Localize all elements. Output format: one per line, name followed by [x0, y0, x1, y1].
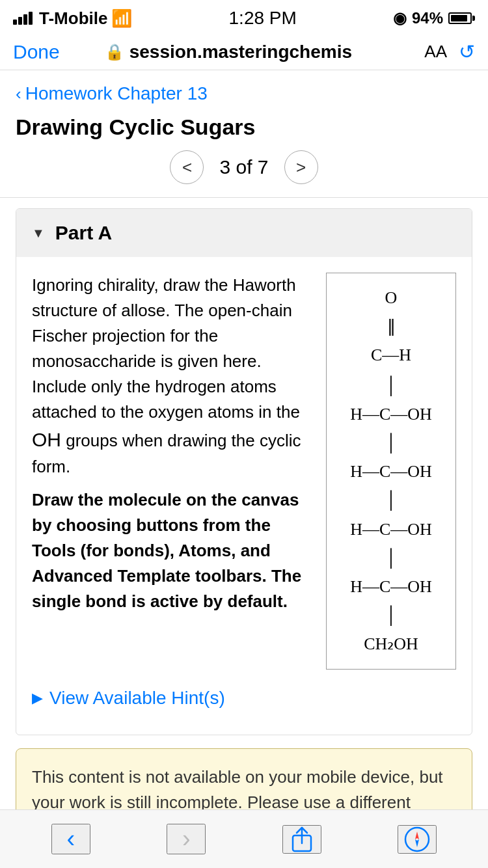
instruction-paragraph: Ignoring chirality, draw the Haworth str…	[32, 275, 301, 476]
part-title: Part A	[55, 222, 112, 244]
collapse-icon: ▼	[32, 226, 45, 241]
browser-forward-button[interactable]: ›	[167, 824, 206, 854]
aa-button[interactable]: AA	[424, 42, 447, 62]
svg-marker-3	[415, 832, 419, 839]
url-text: session.masteringchemis	[129, 42, 352, 62]
pagination-next-button[interactable]: >	[284, 150, 318, 184]
wifi-icon: 📶	[111, 8, 132, 29]
hint-link[interactable]: ▶ View Available Hint(s)	[32, 683, 456, 722]
content-layout: Ignoring chirality, draw the Haworth str…	[32, 273, 456, 670]
hint-text: View Available Hint(s)	[49, 688, 225, 709]
browser-url: 🔒 session.masteringchemis	[70, 42, 386, 62]
svg-point-2	[405, 828, 429, 851]
compass-button[interactable]	[398, 825, 437, 854]
breadcrumb-text: Homework Chapter 13	[25, 83, 208, 104]
carrier-label: T-Mobile	[39, 8, 107, 29]
content-area: Ignoring chirality, draw the Haworth str…	[16, 257, 472, 735]
pagination: < 3 of 7 >	[0, 150, 488, 197]
pagination-display: 3 of 7	[219, 156, 268, 178]
circle-icon: ◉	[393, 9, 407, 27]
section-divider	[0, 197, 488, 198]
browser-back-button[interactable]: ‹	[51, 824, 90, 854]
browser-bar: Done 🔒 session.masteringchemis AA ↺	[0, 34, 488, 70]
lock-icon: 🔒	[105, 43, 124, 61]
share-button[interactable]	[282, 825, 321, 854]
part-header[interactable]: ▼ Part A	[16, 209, 472, 257]
page-title: Drawing Cyclic Sugars	[0, 112, 488, 150]
breadcrumb-chevron-icon: ‹	[16, 84, 21, 104]
bottom-nav-bar: ‹ ›	[0, 809, 488, 868]
pagination-prev-button[interactable]: <	[170, 150, 204, 184]
battery-percent: 94%	[412, 9, 443, 27]
status-time: 1:28 PM	[229, 8, 297, 29]
svg-marker-4	[415, 839, 419, 847]
status-right: ◉ 94%	[393, 9, 475, 27]
oh-text: OH	[32, 429, 61, 450]
status-bar: T-Mobile 📶 1:28 PM ◉ 94%	[0, 0, 488, 34]
instruction-text: Ignoring chirality, draw the Haworth str…	[32, 273, 316, 614]
done-button[interactable]: Done	[13, 41, 60, 63]
battery-icon	[448, 12, 475, 24]
reload-button[interactable]: ↺	[459, 40, 475, 63]
hint-triangle-icon: ▶	[32, 690, 43, 707]
browser-actions: AA ↺	[397, 40, 475, 63]
part-section-a: ▼ Part A Ignoring chirality, draw the Ha…	[16, 208, 472, 735]
chemical-diagram: O ‖ C—H │ H—C—OH │ H—C—OH │ H—C—OH │ H—C…	[326, 273, 456, 670]
bold-instruction: Draw the molecule on the canvas by choos…	[32, 487, 316, 614]
status-left: T-Mobile 📶	[13, 8, 132, 29]
signal-bars	[13, 12, 33, 25]
breadcrumb[interactable]: ‹ Homework Chapter 13	[0, 70, 488, 112]
